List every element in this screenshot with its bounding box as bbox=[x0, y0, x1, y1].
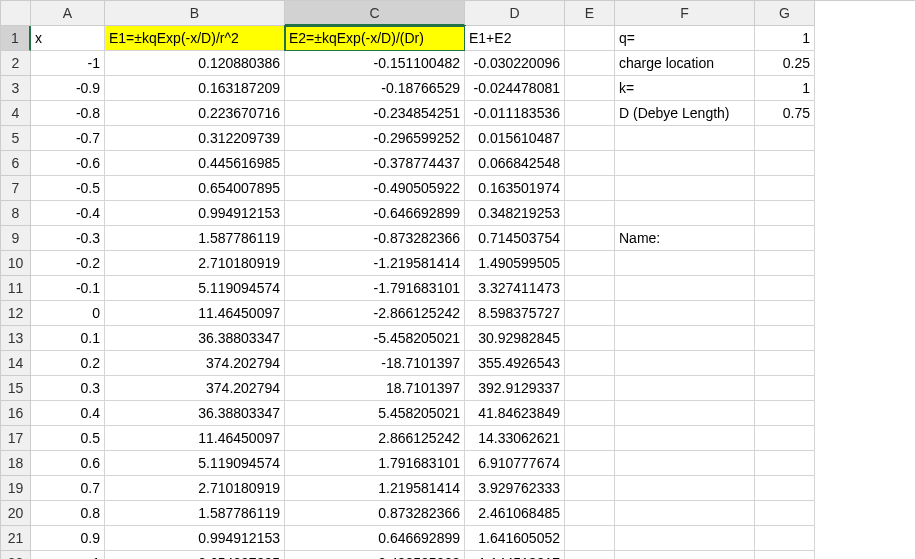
cell-A1[interactable]: x bbox=[31, 26, 105, 51]
cell-B11[interactable]: 5.119094574 bbox=[105, 276, 285, 301]
cell-A12[interactable]: 0 bbox=[31, 301, 105, 326]
cell-G14[interactable] bbox=[755, 351, 815, 376]
cell-B3[interactable]: 0.163187209 bbox=[105, 76, 285, 101]
cell-D11[interactable]: 3.327411473 bbox=[465, 276, 565, 301]
row-header-17[interactable]: 17 bbox=[1, 426, 31, 451]
row-header-2[interactable]: 2 bbox=[1, 51, 31, 76]
cell-E11[interactable] bbox=[565, 276, 615, 301]
cell-E13[interactable] bbox=[565, 326, 615, 351]
cell-B19[interactable]: 2.710180919 bbox=[105, 476, 285, 501]
cell-C21[interactable]: 0.646692899 bbox=[285, 526, 465, 551]
cell-B16[interactable]: 36.38803347 bbox=[105, 401, 285, 426]
cell-E6[interactable] bbox=[565, 151, 615, 176]
cell-F19[interactable] bbox=[615, 476, 755, 501]
cell-B6[interactable]: 0.445616985 bbox=[105, 151, 285, 176]
cell-B17[interactable]: 11.46450097 bbox=[105, 426, 285, 451]
cell-A20[interactable]: 0.8 bbox=[31, 501, 105, 526]
cell-B12[interactable]: 11.46450097 bbox=[105, 301, 285, 326]
cell-F21[interactable] bbox=[615, 526, 755, 551]
cell-G8[interactable] bbox=[755, 201, 815, 226]
cell-F13[interactable] bbox=[615, 326, 755, 351]
cell-D3[interactable]: -0.024478081 bbox=[465, 76, 565, 101]
row-header-20[interactable]: 20 bbox=[1, 501, 31, 526]
cell-C8[interactable]: -0.646692899 bbox=[285, 201, 465, 226]
cell-A4[interactable]: -0.8 bbox=[31, 101, 105, 126]
cell-A15[interactable]: 0.3 bbox=[31, 376, 105, 401]
cell-F3[interactable]: k= bbox=[615, 76, 755, 101]
cell-C15[interactable]: 18.7101397 bbox=[285, 376, 465, 401]
cell-D5[interactable]: 0.015610487 bbox=[465, 126, 565, 151]
cell-C14[interactable]: -18.7101397 bbox=[285, 351, 465, 376]
cell-C18[interactable]: 1.791683101 bbox=[285, 451, 465, 476]
cell-E3[interactable] bbox=[565, 76, 615, 101]
cell-E22[interactable] bbox=[565, 551, 615, 559]
cell-C4[interactable]: -0.234854251 bbox=[285, 101, 465, 126]
cell-D22[interactable]: 1.144513817 bbox=[465, 551, 565, 559]
row-header-7[interactable]: 7 bbox=[1, 176, 31, 201]
col-header-B[interactable]: B bbox=[105, 1, 285, 26]
cell-F1[interactable]: q= bbox=[615, 26, 755, 51]
col-header-G[interactable]: G bbox=[755, 1, 815, 26]
cell-B13[interactable]: 36.38803347 bbox=[105, 326, 285, 351]
cell-G21[interactable] bbox=[755, 526, 815, 551]
cell-G13[interactable] bbox=[755, 326, 815, 351]
cell-F17[interactable] bbox=[615, 426, 755, 451]
cell-E2[interactable] bbox=[565, 51, 615, 76]
cell-D15[interactable]: 392.9129337 bbox=[465, 376, 565, 401]
cell-E9[interactable] bbox=[565, 226, 615, 251]
cell-C22[interactable]: 0.490505922 bbox=[285, 551, 465, 559]
row-header-14[interactable]: 14 bbox=[1, 351, 31, 376]
cell-D8[interactable]: 0.348219253 bbox=[465, 201, 565, 226]
cell-G12[interactable] bbox=[755, 301, 815, 326]
cell-G20[interactable] bbox=[755, 501, 815, 526]
row-header-21[interactable]: 21 bbox=[1, 526, 31, 551]
cell-A22[interactable]: 1 bbox=[31, 551, 105, 559]
cell-A13[interactable]: 0.1 bbox=[31, 326, 105, 351]
cell-C20[interactable]: 0.873282366 bbox=[285, 501, 465, 526]
cell-G17[interactable] bbox=[755, 426, 815, 451]
cell-A2[interactable]: -1 bbox=[31, 51, 105, 76]
cell-G9[interactable] bbox=[755, 226, 815, 251]
cell-E15[interactable] bbox=[565, 376, 615, 401]
cell-F11[interactable] bbox=[615, 276, 755, 301]
cell-E19[interactable] bbox=[565, 476, 615, 501]
cell-F15[interactable] bbox=[615, 376, 755, 401]
cell-B15[interactable]: 374.202794 bbox=[105, 376, 285, 401]
cell-B2[interactable]: 0.120880386 bbox=[105, 51, 285, 76]
cell-F5[interactable] bbox=[615, 126, 755, 151]
row-header-18[interactable]: 18 bbox=[1, 451, 31, 476]
row-header-5[interactable]: 5 bbox=[1, 126, 31, 151]
cell-B22[interactable]: 0.654007895 bbox=[105, 551, 285, 559]
cell-E17[interactable] bbox=[565, 426, 615, 451]
cell-B21[interactable]: 0.994912153 bbox=[105, 526, 285, 551]
cell-G22[interactable] bbox=[755, 551, 815, 559]
cell-B18[interactable]: 5.119094574 bbox=[105, 451, 285, 476]
row-header-9[interactable]: 9 bbox=[1, 226, 31, 251]
cell-C13[interactable]: -5.458205021 bbox=[285, 326, 465, 351]
row-header-8[interactable]: 8 bbox=[1, 201, 31, 226]
cell-F2[interactable]: charge location bbox=[615, 51, 755, 76]
cell-G18[interactable] bbox=[755, 451, 815, 476]
cell-B4[interactable]: 0.223670716 bbox=[105, 101, 285, 126]
cell-D9[interactable]: 0.714503754 bbox=[465, 226, 565, 251]
cell-D19[interactable]: 3.929762333 bbox=[465, 476, 565, 501]
row-header-15[interactable]: 15 bbox=[1, 376, 31, 401]
cell-A11[interactable]: -0.1 bbox=[31, 276, 105, 301]
cell-F8[interactable] bbox=[615, 201, 755, 226]
cell-C1[interactable]: E2=±kqExp(-x/D)/(Dr) bbox=[285, 26, 465, 51]
cell-A3[interactable]: -0.9 bbox=[31, 76, 105, 101]
cell-B5[interactable]: 0.312209739 bbox=[105, 126, 285, 151]
cell-E5[interactable] bbox=[565, 126, 615, 151]
cell-F14[interactable] bbox=[615, 351, 755, 376]
cell-C12[interactable]: -2.866125242 bbox=[285, 301, 465, 326]
cell-A7[interactable]: -0.5 bbox=[31, 176, 105, 201]
cell-D21[interactable]: 1.641605052 bbox=[465, 526, 565, 551]
row-header-16[interactable]: 16 bbox=[1, 401, 31, 426]
cell-D18[interactable]: 6.910777674 bbox=[465, 451, 565, 476]
cell-B10[interactable]: 2.710180919 bbox=[105, 251, 285, 276]
cell-A16[interactable]: 0.4 bbox=[31, 401, 105, 426]
cell-G19[interactable] bbox=[755, 476, 815, 501]
cell-G2[interactable]: 0.25 bbox=[755, 51, 815, 76]
cell-E10[interactable] bbox=[565, 251, 615, 276]
cell-C2[interactable]: -0.151100482 bbox=[285, 51, 465, 76]
